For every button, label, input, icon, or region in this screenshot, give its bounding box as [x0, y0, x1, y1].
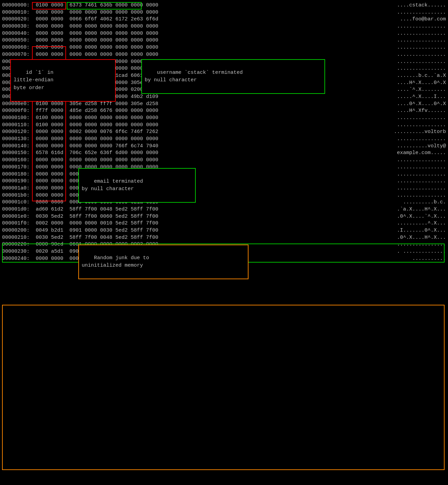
table-row: 00000130: 0000 0000 0000 0000 0000 0000 …	[2, 136, 446, 143]
ascii-repr: ....`^.X........	[391, 86, 446, 94]
table-row: 00000110: 0100 0000 0000 0000 0000 0000 …	[2, 122, 446, 129]
table-row: 00000180: 0000 0000 0000 0000 0000 0000 …	[2, 171, 446, 178]
hex-address: 00000110:	[2, 122, 33, 129]
hex-address: 000001a0:	[2, 185, 33, 192]
hex-bytes: 0100 0000 0000 0000 0000 0000 0000 0000	[33, 115, 388, 122]
table-row: 00000120: 0000 0000 0002 0000 0076 6f6c …	[2, 129, 446, 136]
hex-lines-container: 00000000: 0100 0000 6373 7461 636b 0000 …	[2, 2, 446, 262]
hex-address: 000001b0:	[2, 192, 33, 199]
table-row: 000000f0: ff7f 0000 485e d258 6676 0000 …	[2, 107, 446, 115]
hex-address: 00000070:	[2, 51, 33, 58]
hex-bytes: 0002 0000 0000 0000 0010 5ed2 58ff 7f00	[33, 220, 388, 227]
hex-address: 00000210:	[2, 234, 33, 241]
hex-bytes: 0000 0000 0066 6f6f 4062 6172 2e63 6f6d	[33, 16, 391, 23]
id-annotation-box: id `1` in little-endian byte order	[10, 59, 116, 102]
ascii-repr: .`a.X....H^.X...	[391, 206, 446, 213]
hex-address: 00000150:	[2, 150, 33, 157]
hex-address: 000000f0:	[2, 107, 33, 115]
table-row: 00000200: 0049 b2d1 0901 0000 0030 5ed2 …	[2, 227, 446, 234]
hex-address: 00000170:	[2, 164, 33, 171]
ascii-repr: ....H^.X....0^.X	[391, 80, 446, 87]
table-row: 00000100: 0100 0000 0000 0000 0000 0000 …	[2, 115, 446, 122]
hex-bytes: 0000 0000 0000 0000 0000 0000 0000 0000	[33, 23, 388, 30]
hex-address: 000001c0:	[2, 199, 33, 206]
hex-address: 000000e0:	[2, 101, 33, 108]
hex-address: 00000040:	[2, 30, 33, 37]
ascii-repr: ..........voltorb	[388, 129, 446, 136]
table-row: 00000140: 0000 0000 0000 0000 0000 766f …	[2, 143, 446, 150]
ascii-repr: .0^.X....H^.X...	[391, 234, 446, 241]
table-row: 00000150: 6578 616d 706c 652e 636f 6d00 …	[2, 150, 446, 157]
table-row: 00000030: 0000 0000 0000 0000 0000 0000 …	[2, 23, 446, 30]
hex-address: 00000000:	[2, 2, 33, 9]
hex-bytes: 0100 0000 0000 0000 0000 0000 0000 0000	[33, 122, 388, 129]
ascii-repr: ..........b.c.	[397, 199, 446, 206]
hex-address: 000001f0:	[2, 220, 33, 227]
ascii-repr: ................	[391, 192, 446, 199]
ascii-repr: ................	[391, 157, 446, 164]
hex-bytes: 0000 0000 0000 0000 0000 0000 0000 0000	[33, 37, 388, 44]
table-row: 00000040: 0000 0000 0000 0000 0000 0000 …	[2, 30, 446, 37]
table-row: 00000190: 0000 0000 0000 0000 0000 0000 …	[2, 178, 446, 185]
hex-address: 00000030:	[2, 23, 33, 30]
hex-bytes: 0000 0000 0000 0000 0000 0000 0000 0000	[33, 9, 388, 16]
email-annotation-text: email terminated by null character	[82, 179, 143, 192]
ascii-repr: ................	[391, 30, 446, 37]
ascii-repr: ................	[391, 178, 446, 185]
orange-border-bottom	[2, 305, 445, 470]
hex-bytes: 6578 616d 706c 652e 636f 6d00 0000 0000	[33, 150, 388, 157]
table-row: 000001b0: 0000 0000 0000 0000 0000 0000 …	[2, 192, 446, 199]
hex-viewer: 00000000: 0100 0000 6373 7461 636b 0000 …	[0, 1, 448, 263]
hex-address: 00000200:	[2, 227, 33, 234]
ascii-repr: ................	[391, 185, 446, 192]
table-row: 00000050: 0000 0000 0000 0000 0000 0000 …	[2, 37, 446, 44]
hex-bytes: 0000 0000 0002 0000 0076 6f6c 746f 7262	[33, 129, 385, 136]
hex-bytes: 0030 5ed2 58ff 7f00 0048 5ed2 58ff 7f00	[33, 234, 388, 241]
junk-annotation-text: Random junk due to uninitialized memory	[82, 255, 149, 269]
ascii-repr: . ..............	[391, 248, 446, 255]
table-row: 00000070: 0000 0000 0000 0000 0000 0000 …	[2, 51, 446, 58]
hex-bytes: 0000 0000 0000 0000 0000 0000 0000 0000	[33, 51, 388, 58]
hex-address: 00000160:	[2, 157, 33, 164]
ascii-repr: ..........^.X...	[391, 220, 446, 227]
hex-bytes: 0000 0000 0000 0000 0000 0000 0000 0000	[33, 157, 388, 164]
table-row: 00000170: 0000 0000 0000 0000 0000 0000 …	[2, 164, 446, 171]
hex-address: 000001d0:	[2, 206, 33, 213]
ascii-repr: .0^.X....`^.X...	[391, 213, 446, 220]
hex-address: 00000020:	[2, 16, 33, 23]
hex-bytes: 0100 0000 305e d258 ff7f 0000 305e d258	[33, 101, 388, 108]
ascii-repr: ................	[391, 44, 446, 51]
table-row: 000001e0: 0030 5ed2 58ff 7f00 0060 5ed2 …	[2, 213, 446, 220]
table-row: 000001c0: 0000 0000 0000 0000 00ce 0085 …	[2, 199, 446, 206]
hex-address: 00000120:	[2, 129, 33, 136]
username-annotation-box: username `cstack` terminated by null cha…	[141, 59, 325, 94]
hex-bytes: 0100 0000 6373 7461 636b 0000 0000 0000	[33, 2, 388, 9]
hex-bytes: 0049 b2d1 0901 0000 0030 5ed2 58ff 7f00	[33, 227, 388, 234]
table-row: 00000060: 0000 0000 0000 0000 0000 0000 …	[2, 44, 446, 51]
ascii-repr: ................	[391, 51, 446, 58]
ascii-repr: ................	[391, 65, 446, 72]
username-annotation-text: username `cstack` terminated by null cha…	[145, 70, 243, 83]
hex-bytes: 0000 0000 0000 0000 0000 0000 0000 0000	[33, 44, 388, 51]
table-row: 00000210: 0030 5ed2 58ff 7f00 0048 5ed2 …	[2, 234, 446, 241]
ascii-repr: .I.......0^.X...	[391, 227, 446, 234]
ascii-repr: ................	[391, 58, 446, 66]
ascii-repr: ................	[391, 37, 446, 44]
hex-bytes: 0000 0000 0000 0000 0000 0000 0000 0000	[33, 30, 388, 37]
hex-address: 00000060:	[2, 44, 33, 51]
hex-bytes: 0000 0000 0000 0000 0000 0000 0000 0000	[33, 136, 388, 143]
table-row: 00000010: 0000 0000 0000 0000 0000 0000 …	[2, 9, 446, 16]
ascii-repr: .......b.c..`a.X	[391, 72, 446, 80]
hex-address: 00000100:	[2, 115, 33, 122]
table-row: 000001d0: ad60 61d2 58ff 7f00 0048 5ed2 …	[2, 206, 446, 213]
hex-address: 00000230:	[2, 248, 33, 255]
ascii-repr: ................	[391, 241, 446, 248]
ascii-repr: ...........	[406, 255, 446, 263]
ascii-repr: ................	[391, 115, 446, 122]
table-row: 000000e0: 0100 0000 305e d258 ff7f 0000 …	[2, 101, 446, 108]
ascii-repr: ................	[391, 23, 446, 30]
ascii-repr: ..........volty@	[391, 143, 446, 150]
ascii-repr: ................	[391, 136, 446, 143]
email-annotation-box: email terminated by null character	[78, 168, 196, 203]
table-row: 00000000: 0100 0000 6373 7461 636b 0000 …	[2, 2, 446, 9]
